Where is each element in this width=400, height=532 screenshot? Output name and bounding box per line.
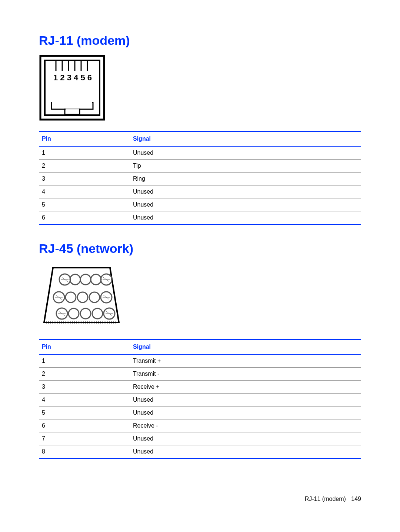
cell-signal: Unused — [130, 406, 361, 419]
cell-signal: Unused — [130, 211, 361, 225]
table-row: 5Unused — [39, 198, 361, 211]
cell-signal: Unused — [130, 198, 361, 211]
svg-text:1 2 3 4 5 6: 1 2 3 4 5 6 — [53, 73, 92, 82]
table-row: 2Transmit - — [39, 368, 361, 381]
cell-pin: 3 — [39, 173, 130, 185]
footer-label: RJ-11 (modem) — [305, 496, 346, 502]
cell-signal: Unused — [130, 146, 361, 160]
cell-signal: Unused — [130, 432, 361, 445]
cell-signal: Unused — [130, 445, 361, 459]
cell-pin: 5 — [39, 198, 130, 211]
table-row: 1Transmit + — [39, 354, 361, 368]
cell-signal: Unused — [130, 394, 361, 406]
cell-pin: 1 — [39, 146, 130, 160]
cell-signal: Tip — [130, 160, 361, 173]
cell-pin: 5 — [39, 406, 130, 419]
table-row: 5Unused — [39, 406, 361, 419]
table-row: 6Receive - — [39, 419, 361, 432]
rj45-diagram — [39, 262, 361, 331]
svg-rect-10 — [65, 109, 80, 114]
table-header-row: Pin Signal — [39, 131, 361, 147]
rj11-pin-table: Pin Signal 1Unused 2Tip 3Ring 4Unused 5U… — [39, 131, 361, 225]
cell-signal: Unused — [130, 185, 361, 198]
cell-pin: 2 — [39, 368, 130, 381]
page-footer: RJ-11 (modem) 149 — [305, 496, 361, 502]
col-signal: Signal — [130, 131, 361, 147]
svg-rect-9 — [51, 103, 93, 109]
cell-signal: Receive - — [130, 419, 361, 432]
section-title-rj45: RJ-45 (network) — [39, 241, 361, 256]
cell-pin: 4 — [39, 394, 130, 406]
table-header-row: Pin Signal — [39, 339, 361, 355]
col-pin: Pin — [39, 339, 130, 355]
table-row: 7Unused — [39, 432, 361, 445]
cell-pin: 8 — [39, 445, 130, 459]
cell-pin: 6 — [39, 419, 130, 432]
cell-pin: 3 — [39, 381, 130, 394]
cell-signal: Receive + — [130, 381, 361, 394]
rj45-jack-icon — [39, 262, 124, 329]
table-row: 3Receive + — [39, 381, 361, 394]
table-row: 4Unused — [39, 185, 361, 198]
table-row: 6Unused — [39, 211, 361, 225]
rj11-jack-icon: 1 2 3 4 5 6 — [39, 54, 106, 121]
table-row: 8Unused — [39, 445, 361, 459]
section-title-rj11: RJ-11 (modem) — [39, 33, 361, 48]
cell-pin: 1 — [39, 354, 130, 368]
col-signal: Signal — [130, 339, 361, 355]
cell-pin: 2 — [39, 160, 130, 173]
table-row: 1Unused — [39, 146, 361, 160]
cell-signal: Transmit + — [130, 354, 361, 368]
cell-pin: 7 — [39, 432, 130, 445]
table-row: 2Tip — [39, 160, 361, 173]
page-number: 149 — [351, 496, 361, 502]
rj11-diagram: 1 2 3 4 5 6 — [39, 54, 361, 123]
table-row: 3Ring — [39, 173, 361, 185]
table-row: 4Unused — [39, 394, 361, 406]
cell-pin: 4 — [39, 185, 130, 198]
cell-signal: Transmit - — [130, 368, 361, 381]
col-pin: Pin — [39, 131, 130, 147]
cell-pin: 6 — [39, 211, 130, 225]
rj45-pin-table: Pin Signal 1Transmit + 2Transmit - 3Rece… — [39, 339, 361, 459]
cell-signal: Ring — [130, 173, 361, 185]
